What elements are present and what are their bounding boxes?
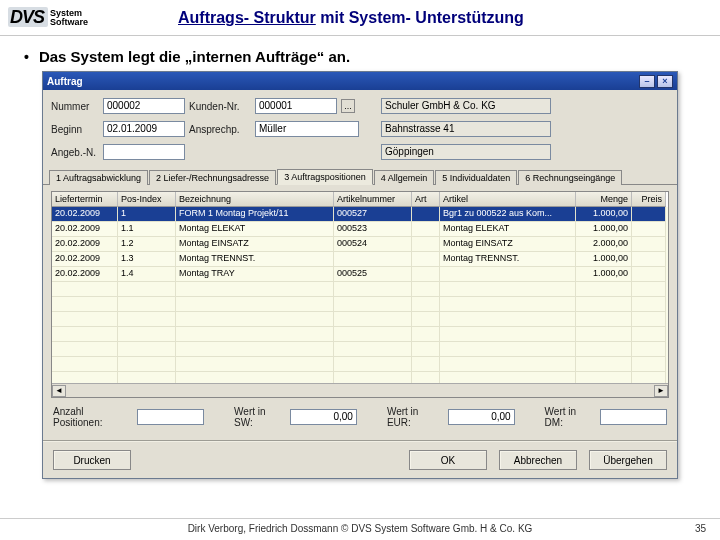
bullet-text: Das System legt die „internen Aufträge“ … [24, 48, 720, 65]
cell-liefertermin: 20.02.2009 [52, 237, 118, 252]
cell-art [412, 222, 440, 237]
close-button[interactable]: × [657, 75, 673, 88]
value-anzahl [137, 409, 204, 425]
value-wert-dm [600, 409, 667, 425]
table-row-empty [52, 357, 668, 372]
slide-title: Auftrags- Struktur mit System- Unterstüt… [178, 9, 524, 27]
cell-liefertermin: 20.02.2009 [52, 207, 118, 222]
value-wert-sw: 0,00 [290, 409, 357, 425]
table-row-empty [52, 297, 668, 312]
input-ansprechp[interactable]: Müller [255, 121, 359, 137]
cell-artikel: Bgr1 zu 000522 aus Kom... [440, 207, 576, 222]
cell-liefertermin: 20.02.2009 [52, 222, 118, 237]
table-row[interactable]: 20.02.20091.3Montag TRENNST.Montag TRENN… [52, 252, 668, 267]
cell-artnr: 000524 [334, 237, 412, 252]
col-posindex[interactable]: Pos-Index [118, 192, 176, 207]
col-liefertermin[interactable]: Liefertermin [52, 192, 118, 207]
page-number: 35 [695, 523, 706, 534]
label-beginn: Beginn [51, 124, 99, 135]
cell-artnr: 000523 [334, 222, 412, 237]
cell-art [412, 237, 440, 252]
label-angebn: Angeb.-N. [51, 147, 99, 158]
tab-individualdaten[interactable]: 5 Individualdaten [435, 170, 517, 185]
button-bar: Drucken OK Abbrechen Übergehen [43, 440, 677, 478]
cell-artikel: Montag ELEKAT [440, 222, 576, 237]
label-anzahl: Anzahl Positionen: [53, 406, 131, 428]
cell-preis [632, 222, 666, 237]
cell-bez: Montag EINSATZ [176, 237, 334, 252]
dvs-logo: DVS System Software [8, 4, 166, 32]
col-artikelnummer[interactable]: Artikelnummer [334, 192, 412, 207]
tab-rechnungseingaenge[interactable]: 6 Rechnungseingänge [518, 170, 622, 185]
cell-artikel [440, 267, 576, 282]
cell-art [412, 207, 440, 222]
col-bezeichnung[interactable]: Bezeichnung [176, 192, 334, 207]
table-row-empty [52, 342, 668, 357]
summary-bar: Anzahl Positionen: Wert in SW: 0,00 Wert… [43, 400, 677, 434]
cell-pos: 1.2 [118, 237, 176, 252]
scroll-right-icon[interactable]: ► [654, 385, 668, 397]
label-wert-eur: Wert in EUR: [387, 406, 442, 428]
positions-grid: Liefertermin Pos-Index Bezeichnung Artik… [51, 191, 669, 398]
cell-menge: 1.000,00 [576, 207, 632, 222]
cell-bez: Montag TRAY [176, 267, 334, 282]
col-menge[interactable]: Menge [576, 192, 632, 207]
col-artikel[interactable]: Artikel [440, 192, 576, 207]
cell-bez: Montag ELEKAT [176, 222, 334, 237]
slide-footer: Dirk Verborg, Friedrich Dossmann © DVS S… [0, 518, 720, 534]
table-row-empty [52, 327, 668, 342]
window-titlebar[interactable]: Auftrag – × [43, 72, 677, 90]
tab-allgemein[interactable]: 4 Allgemein [374, 170, 435, 185]
grid-header: Liefertermin Pos-Index Bezeichnung Artik… [52, 192, 668, 207]
display-strasse: Bahnstrasse 41 [381, 121, 551, 137]
input-angebn[interactable] [103, 144, 185, 160]
label-wert-sw: Wert in SW: [234, 406, 284, 428]
col-art[interactable]: Art [412, 192, 440, 207]
cell-preis [632, 252, 666, 267]
scroll-left-icon[interactable]: ◄ [52, 385, 66, 397]
display-kunde-name: Schuler GmbH & Co. KG [381, 98, 551, 114]
window-title: Auftrag [47, 76, 83, 87]
minimize-button[interactable]: – [639, 75, 655, 88]
table-row[interactable]: 20.02.20091.1Montag ELEKAT000523Montag E… [52, 222, 668, 237]
input-beginn[interactable]: 02.01.2009 [103, 121, 185, 137]
slide-title-rest: mit System- Unterstützung [316, 9, 524, 26]
table-row-empty [52, 372, 668, 383]
form-header: Nummer 000002 Kunden-Nr. 000001 ... Schu… [43, 90, 677, 166]
horizontal-scrollbar[interactable]: ◄ ► [52, 383, 668, 397]
cell-artikel: Montag EINSATZ [440, 237, 576, 252]
cell-preis [632, 267, 666, 282]
tab-strip: 1 Auftragsabwicklung 2 Liefer-/Rechnungs… [43, 168, 677, 185]
table-row[interactable]: 20.02.20091.4Montag TRAY0005251.000,00 [52, 267, 668, 282]
drucken-button[interactable]: Drucken [53, 450, 131, 470]
ok-button[interactable]: OK [409, 450, 487, 470]
cell-artnr: 000525 [334, 267, 412, 282]
grid-body[interactable]: 20.02.20091FORM 1 Montag Projekt/1100052… [52, 207, 668, 383]
table-row-empty [52, 312, 668, 327]
tab-adressen[interactable]: 2 Liefer-/Rechnungsadresse [149, 170, 276, 185]
table-row[interactable]: 20.02.20091FORM 1 Montag Projekt/1100052… [52, 207, 668, 222]
uebergehen-button[interactable]: Übergehen [589, 450, 667, 470]
cell-menge: 2.000,00 [576, 237, 632, 252]
cell-pos: 1.1 [118, 222, 176, 237]
table-row[interactable]: 20.02.20091.2Montag EINSATZ000524Montag … [52, 237, 668, 252]
tab-auftragsabwicklung[interactable]: 1 Auftragsabwicklung [49, 170, 148, 185]
input-kundenr[interactable]: 000001 [255, 98, 337, 114]
cell-liefertermin: 20.02.2009 [52, 252, 118, 267]
label-nummer: Nummer [51, 101, 99, 112]
input-nummer[interactable]: 000002 [103, 98, 185, 114]
label-wert-dm: Wert in DM: [545, 406, 595, 428]
cell-pos: 1.4 [118, 267, 176, 282]
abbrechen-button[interactable]: Abbrechen [499, 450, 577, 470]
tab-positionen[interactable]: 3 Auftragspositionen [277, 169, 373, 185]
logo-line2: Software [50, 17, 88, 27]
cell-preis [632, 207, 666, 222]
cell-menge: 1.000,00 [576, 267, 632, 282]
cell-liefertermin: 20.02.2009 [52, 267, 118, 282]
cell-menge: 1.000,00 [576, 222, 632, 237]
cell-bez: FORM 1 Montag Projekt/11 [176, 207, 334, 222]
col-preis[interactable]: Preis [632, 192, 666, 207]
cell-artnr [334, 252, 412, 267]
picker-kunde[interactable]: ... [341, 99, 355, 113]
cell-preis [632, 237, 666, 252]
